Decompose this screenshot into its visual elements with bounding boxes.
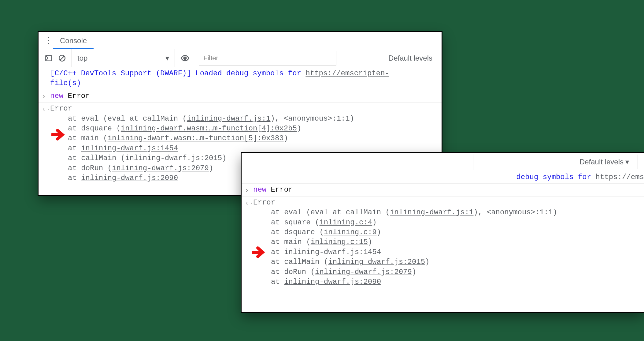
log-message: [C/C++ DevTools Support (DWARF)] Loaded … — [39, 67, 442, 90]
output-arrow-icon: ‹· — [245, 199, 254, 208]
log-text: debug symbols for — [516, 173, 595, 181]
frame-label: at eval (eval at callMain ( — [271, 208, 390, 216]
context-value: top — [77, 54, 87, 62]
keyword-new: new — [253, 185, 266, 194]
log-text-2: file(s) — [50, 79, 81, 87]
frame-source-link[interactable]: inlining-dwarf.wasm:…m-function[4]:0x2b5 — [121, 124, 297, 133]
frame-source-link[interactable]: inlining-dwarf.js:1454 — [284, 248, 381, 256]
frame-suffix: ) — [372, 218, 376, 227]
frame-source-link[interactable]: inlining-dwarf.js:2079 — [315, 268, 412, 276]
frame-suffix: ) — [209, 164, 213, 172]
frame-suffix: ) — [284, 134, 288, 142]
frame-label: at dsquare ( — [68, 124, 121, 133]
stack-frame: at dsquare (inlining-dwarf.wasm:…m-funct… — [50, 124, 436, 133]
stack-frame: at inlining-dwarf.js:1454 — [253, 247, 638, 257]
input-arrow-icon: › — [245, 186, 249, 196]
input-arrow-icon: › — [42, 92, 46, 102]
input-text: Error — [266, 185, 293, 194]
frame-suffix: ) — [412, 268, 416, 276]
chevron-down-icon: ▾ — [165, 54, 169, 62]
error-title: Error — [50, 104, 72, 113]
console-input-row[interactable]: › new Error — [242, 184, 644, 196]
error-title: Error — [253, 198, 275, 207]
frame-label: at — [271, 278, 284, 286]
divider — [638, 155, 638, 169]
frame-label: at dsquare ( — [271, 228, 324, 236]
svg-line-2 — [60, 56, 64, 60]
devtools-console-after: Default levels ▾ debug symbols for https… — [242, 153, 644, 312]
frame-suffix: ), <anonymous>:1:1) — [474, 208, 557, 216]
frame-source-link[interactable]: inlining-dwarf.js:2090 — [81, 174, 178, 182]
live-expression-icon[interactable] — [180, 54, 190, 63]
sidebar-toggle-icon[interactable] — [45, 54, 53, 62]
log-levels-selector[interactable]: Default levels ▾ — [579, 158, 632, 166]
stack-frame: at inlining-dwarf.js:2090 — [253, 277, 638, 287]
frame-source-link[interactable]: inlining-dwarf.js:1 — [390, 208, 474, 216]
stack-frame: at eval (eval at callMain (inlining-dwar… — [50, 114, 436, 124]
frame-label: at main ( — [271, 238, 311, 246]
frame-source-link[interactable]: inlining-dwarf.js:1 — [187, 114, 271, 123]
stack-frame: at callMain (inlining-dwarf.js:2015) — [253, 257, 638, 267]
frame-label: at callMain ( — [68, 154, 125, 162]
console-toolbar: Default levels ▾ — [242, 153, 644, 171]
log-text: Loaded debug symbols for — [191, 69, 305, 77]
console-toolbar: top ▾ Default levels — [39, 49, 442, 67]
context-selector[interactable]: top ▾ — [72, 49, 175, 67]
input-text: Error — [63, 92, 90, 100]
frame-source-link[interactable]: inlining.c:15 — [311, 238, 368, 246]
log-levels-selector[interactable]: Default levels — [388, 54, 435, 62]
frame-label: at — [68, 174, 81, 182]
clear-console-icon[interactable] — [58, 54, 66, 62]
stack-frame: at main (inlining.c:15) — [253, 237, 638, 247]
keyword-new: new — [50, 92, 63, 100]
stack-frame: at inlining-dwarf.js:1454 — [50, 144, 436, 153]
frame-suffix: ), <anonymous>:1:1) — [271, 114, 354, 123]
stack-frame: at dsquare (inlining.c:9) — [253, 227, 638, 237]
frame-source-link[interactable]: inlining-dwarf.js:1454 — [81, 144, 178, 152]
svg-point-3 — [183, 56, 187, 60]
frame-suffix: ) — [297, 124, 301, 133]
frame-source-link[interactable]: inlining-dwarf.js:2015 — [125, 154, 222, 162]
frame-suffix: ) — [425, 258, 429, 266]
frame-source-link[interactable]: inlining.c:4 — [319, 218, 372, 227]
frame-label: at callMain ( — [271, 258, 328, 266]
frame-label: at — [271, 248, 284, 256]
output-arrow-icon: ‹· — [42, 105, 50, 114]
chevron-down-icon: ▾ — [625, 158, 629, 166]
more-icon[interactable]: ⋮ — [44, 32, 53, 49]
log-levels-label: Default levels — [579, 158, 624, 166]
filter-input[interactable] — [473, 154, 574, 170]
console-output-row: ‹· Error at eval (eval at callMain (inli… — [242, 197, 644, 288]
frame-source-link[interactable]: inlining-dwarf.js:2090 — [284, 278, 381, 286]
console-input-row[interactable]: › new Error — [39, 90, 442, 103]
frame-label: at main ( — [68, 134, 108, 142]
frame-suffix: ) — [377, 228, 381, 236]
frame-source-link[interactable]: inlining.c:9 — [324, 228, 377, 236]
stack-frame: at main (inlining-dwarf.wasm:…m-function… — [50, 133, 436, 143]
frame-label: at doRun ( — [68, 164, 112, 172]
stack-frame: at eval (eval at callMain (inlining-dwar… — [253, 208, 638, 217]
log-link[interactable]: https://emscripten- — [305, 69, 389, 77]
frame-suffix: ) — [368, 238, 372, 246]
frame-source-link[interactable]: inlining-dwarf.wasm:…m-function[5]:0x383 — [108, 134, 284, 142]
frame-source-link[interactable]: inlining-dwarf.js:2015 — [328, 258, 425, 266]
log-message: debug symbols for https://ems — [242, 171, 644, 184]
frame-suffix: ) — [222, 154, 226, 162]
log-prefix: [C/C++ DevTools Support (DWARF)] — [50, 69, 191, 77]
tab-bar: ⋮ Console — [39, 32, 442, 49]
log-link[interactable]: https://ems — [596, 173, 644, 181]
frame-source-link[interactable]: inlining-dwarf.js:2079 — [112, 164, 209, 172]
console-output: debug symbols for https://ems › new Erro… — [242, 171, 644, 288]
stack-frame: at square (inlining.c:4) — [253, 218, 638, 227]
frame-label: at eval (eval at callMain ( — [68, 114, 187, 123]
log-levels-label: Default levels — [388, 54, 432, 62]
stack-frame: at doRun (inlining-dwarf.js:2079) — [253, 267, 638, 277]
frame-label: at doRun ( — [271, 268, 315, 276]
frame-label: at square ( — [271, 218, 319, 227]
stack-trace: at eval (eval at callMain (inlining-dwar… — [253, 208, 638, 287]
filter-input[interactable] — [199, 51, 336, 66]
frame-label: at — [68, 144, 81, 152]
tab-console[interactable]: Console — [53, 32, 94, 49]
